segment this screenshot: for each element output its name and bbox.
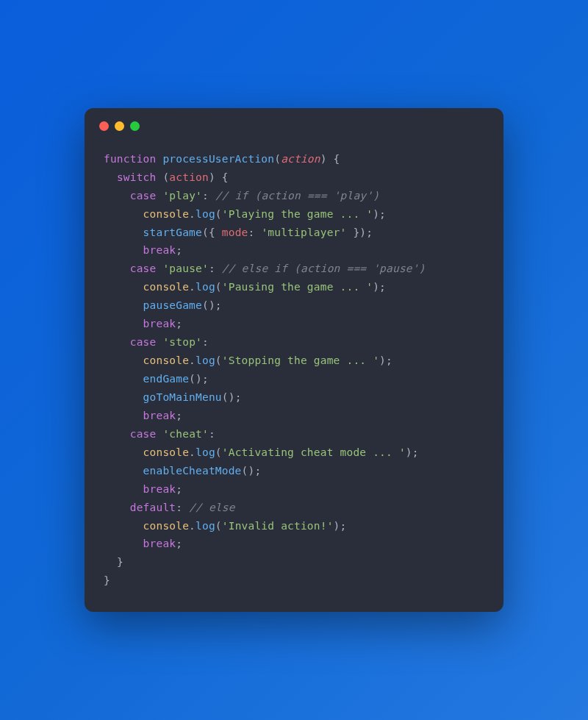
code-line: } bbox=[117, 556, 123, 568]
code-line: startGame({ mode: 'multiplayer' }); bbox=[143, 227, 373, 238]
code-line: console.log('Invalid action!'); bbox=[143, 520, 347, 532]
code-line: break; bbox=[143, 538, 183, 549]
code-line: break; bbox=[143, 244, 183, 256]
code-block: function processUserAction(action) { swi… bbox=[85, 137, 503, 613]
code-line: console.log('Playing the game ... '); bbox=[143, 208, 386, 220]
minimize-icon[interactable] bbox=[115, 121, 124, 131]
window-titlebar bbox=[85, 108, 503, 137]
code-line: pauseGame(); bbox=[143, 299, 222, 311]
code-line: goToMainMenu(); bbox=[143, 391, 242, 403]
code-line: break; bbox=[143, 410, 183, 421]
maximize-icon[interactable] bbox=[130, 121, 140, 131]
code-line: console.log('Pausing the game ... '); bbox=[143, 281, 386, 293]
code-line: case 'stop': bbox=[130, 336, 209, 348]
close-icon[interactable] bbox=[99, 121, 109, 131]
code-line: endGame(); bbox=[143, 373, 209, 385]
code-line: break; bbox=[143, 318, 183, 329]
code-line: break; bbox=[143, 483, 183, 495]
code-window: function processUserAction(action) { swi… bbox=[85, 108, 503, 613]
code-line: function processUserAction(action) { bbox=[104, 153, 340, 165]
code-line: case 'pause': // else if (action === 'pa… bbox=[130, 263, 426, 274]
code-line: case 'play': // if (action === 'play') bbox=[130, 190, 379, 202]
code-line: console.log('Stopping the game ... '); bbox=[143, 354, 392, 366]
code-line: enableCheatMode(); bbox=[143, 465, 262, 477]
code-line: case 'cheat': bbox=[130, 428, 215, 440]
code-line: default: // else bbox=[130, 502, 235, 513]
code-line: console.log('Activating cheat mode ... '… bbox=[143, 446, 419, 458]
code-line: switch (action) { bbox=[117, 171, 229, 183]
code-line: } bbox=[104, 574, 110, 586]
